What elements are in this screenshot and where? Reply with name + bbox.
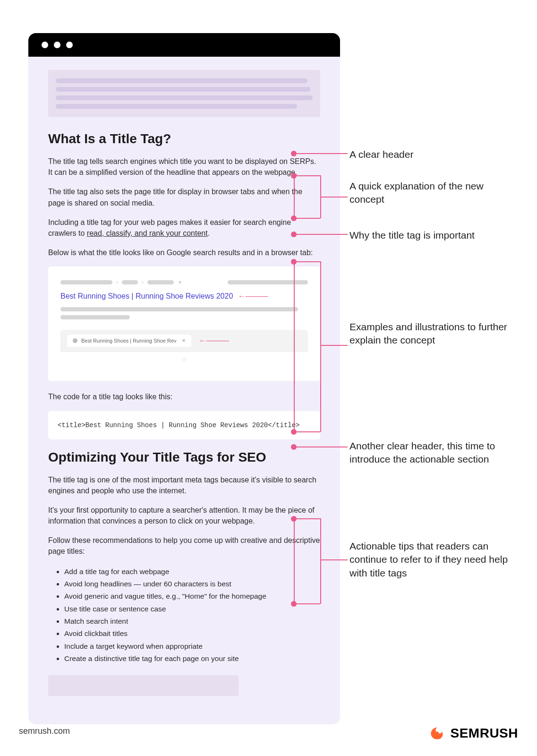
annotation: A quick explanation of the new concept [349,180,520,206]
tip-item: Avoid long headlines — under 60 characte… [64,578,320,590]
tab-title: Best Running Shoes | Running Shoe Rev [81,338,177,344]
annotation: A clear header [349,148,413,161]
tip-item: Avoid generic and vague titles, e.g., "H… [64,590,320,602]
serp-title-row: Best Running Shoes | Running Shoe Review… [60,292,308,301]
chevron-icon: › [116,279,118,285]
tip-item: Avoid clickbait titles [64,627,320,640]
annotation-text: A quick explanation of the new concept [349,180,484,205]
code-example: <title>Best Running Shoes | Running Shoe… [48,411,320,439]
annotation: Actionable tips that readers can continu… [349,540,520,580]
star-icon: ☆ [181,356,187,363]
annotation-text: Another clear header, this time to intro… [349,440,495,464]
serp-title-link[interactable]: Best Running Shoes | Running Shoe Review… [60,292,233,300]
paragraph: Follow these recommendations to help you… [48,535,320,557]
paragraph: Below is what the title looks like on Go… [48,247,320,258]
chevron-icon: › [142,279,144,285]
paragraph: The title tag tells search engines which… [48,156,320,178]
paragraph: The title tag is one of the most importa… [48,474,320,496]
footer-domain: semrush.com [19,726,70,736]
tip-item: Add a title tag for each webpage [64,566,320,578]
arrow-left-icon: ←——— [199,336,229,345]
window-dot [42,42,48,48]
paragraph: The code for a title tag looks like this… [48,391,320,402]
annotation: Examples and illustrations to further ex… [349,320,520,347]
annotation-text: Actionable tips that readers can continu… [349,541,508,578]
fire-icon [428,725,445,742]
placeholder-block [48,675,239,696]
paragraph: Including a title tag for your web pages… [48,217,320,239]
window-dot [54,42,60,48]
tip-item: Match search intent [64,615,320,627]
globe-icon [73,338,77,343]
breadcrumb-row: › › ▼ [60,279,308,285]
inline-link[interactable]: read, classify, and rank your content [87,229,208,237]
browser-mockup: What Is a Title Tag? The title tag tells… [28,33,340,724]
annotation-text: A clear header [349,149,413,160]
annotation-text: Examples and illustrations to further ex… [349,321,507,345]
window-dot [66,42,73,48]
paragraph: The title tag also sets the page title f… [48,186,320,208]
browser-tab-example: Best Running Shoes | Running Shoe Rev × … [60,330,308,367]
example-serp-box: › › ▼ Best Running Shoes | Running Shoe … [48,266,320,381]
tip-item: Include a target keyword when appropriat… [64,640,320,653]
mockup-titlebar [28,33,340,57]
placeholder-block [48,70,320,117]
dropdown-icon: ▼ [178,280,182,285]
heading-title-tag: What Is a Title Tag? [48,131,320,146]
paragraph-text: . [208,229,210,237]
url-bar: ☆ [60,352,308,367]
tip-item: Create a distinctive title tag for each … [64,653,320,665]
annotation: Why the title tag is important [349,229,475,242]
browser-tab: Best Running Shoes | Running Shoe Rev × [67,335,191,347]
tips-list: Add a title tag for each webpageAvoid lo… [48,566,320,665]
brand-name: SEMRUSH [450,726,518,741]
paragraph: It's your first opportunity to capture a… [48,505,320,526]
tip-item: Use title case or sentence case [64,603,320,615]
arrow-left-icon: ←——— [238,292,268,300]
heading-optimizing: Optimizing Your Title Tags for SEO [48,450,320,465]
close-icon: × [182,337,186,344]
annotation: Another clear header, this time to intro… [349,439,520,466]
brand-logo: SEMRUSH [428,725,518,742]
annotation-text: Why the title tag is important [349,230,475,241]
